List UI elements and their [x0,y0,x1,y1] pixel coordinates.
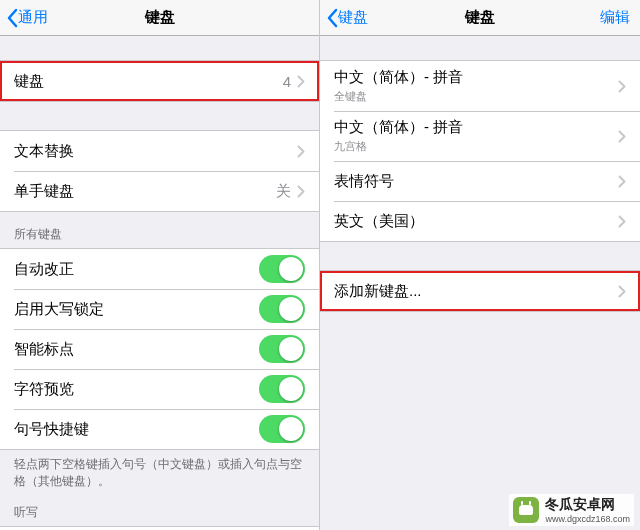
row-one-handed[interactable]: 单手键盘 关 [0,171,319,211]
section-dictation: 听写 [0,490,319,526]
row-label: 智能标点 [14,340,259,359]
watermark-url: www.dgxcdz168.com [545,514,630,524]
row-smart-punct[interactable]: 智能标点 [0,329,319,369]
back-label: 通用 [18,8,48,27]
toggle-caps-lock[interactable] [259,295,305,323]
back-label: 键盘 [338,8,368,27]
row-label: 键盘 [14,72,283,91]
android-icon [513,497,539,523]
row-label: 中文（简体）- 拼音 [334,68,618,87]
row-keyboards[interactable]: 键盘 4 [0,61,319,101]
right-navbar: 键盘 键盘 编辑 [320,0,640,36]
back-button-keyboards[interactable]: 键盘 [320,8,368,28]
row-label: 句号快捷键 [14,420,259,439]
toggle-char-preview[interactable] [259,375,305,403]
chevron-right-icon [618,80,626,93]
row-add-new-keyboard[interactable]: 添加新键盘... [320,271,640,311]
chevron-right-icon [618,175,626,188]
keyboard-item-emoji[interactable]: 表情符号 [320,161,640,201]
section-all-keyboards: 所有键盘 [0,212,319,248]
row-text-replacement[interactable]: 文本替换 [0,131,319,171]
row-label: 表情符号 [334,172,618,191]
right-pane: 键盘 键盘 编辑 中文（简体）- 拼音 全键盘 中文（简体）- 拼音 九宫格 [320,0,640,530]
left-content: 键盘 4 文本替换 单手键盘 关 所有键盘 [0,36,319,530]
back-button-general[interactable]: 通用 [0,8,48,28]
row-label: 启用大写锁定 [14,300,259,319]
watermark-title: 冬瓜安卓网 [545,496,615,512]
keyboard-item-english-us[interactable]: 英文（美国） [320,201,640,241]
row-label: 英文（美国） [334,212,618,231]
footnote-period: 轻点两下空格键插入句号（中文键盘）或插入句点与空格（其他键盘）。 [0,450,319,490]
row-period-shortcut[interactable]: 句号快捷键 [0,409,319,449]
row-auto-correct[interactable]: 自动改正 [0,249,319,289]
keyboard-item-pinyin-full[interactable]: 中文（简体）- 拼音 全键盘 [320,61,640,111]
row-label: 单手键盘 [14,182,276,201]
left-navbar: 通用 键盘 [0,0,319,36]
chevron-right-icon [618,285,626,298]
watermark: 冬瓜安卓网 www.dgxcdz168.com [509,494,634,526]
row-label: 字符预览 [14,380,259,399]
toggle-auto-correct[interactable] [259,255,305,283]
chevron-left-icon [6,8,18,28]
row-char-preview[interactable]: 字符预览 [0,369,319,409]
chevron-right-icon [297,185,305,198]
row-enable-dictation[interactable]: 启用听写 [0,527,319,530]
row-detail: 4 [283,73,291,90]
toggle-smart-punct[interactable] [259,335,305,363]
row-label: 自动改正 [14,260,259,279]
row-label: 文本替换 [14,142,297,161]
row-sub: 全键盘 [334,89,618,104]
chevron-left-icon [326,8,338,28]
right-page-title: 键盘 [320,8,640,27]
chevron-right-icon [297,75,305,88]
left-pane: 通用 键盘 键盘 4 文本替换 单手键盘 关 [0,0,320,530]
keyboard-item-pinyin-9grid[interactable]: 中文（简体）- 拼音 九宫格 [320,111,640,161]
chevron-right-icon [618,215,626,228]
chevron-right-icon [297,145,305,158]
row-sub: 九宫格 [334,139,618,154]
edit-button[interactable]: 编辑 [600,8,630,27]
row-detail: 关 [276,182,291,201]
row-label: 添加新键盘... [334,282,618,301]
row-label: 中文（简体）- 拼音 [334,118,618,137]
toggle-period-shortcut[interactable] [259,415,305,443]
chevron-right-icon [618,130,626,143]
row-caps-lock[interactable]: 启用大写锁定 [0,289,319,329]
right-content: 中文（简体）- 拼音 全键盘 中文（简体）- 拼音 九宫格 表情符号 [320,36,640,530]
